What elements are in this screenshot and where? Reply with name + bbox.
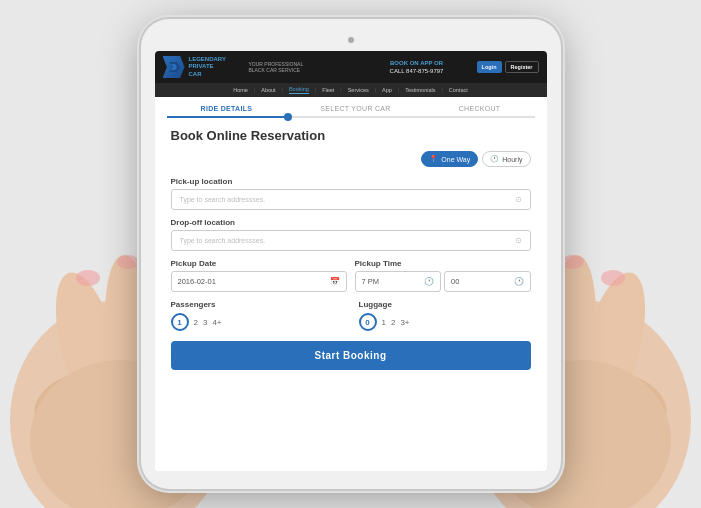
luggage-label: Luggage [359, 300, 531, 309]
passengers-col: Passengers 1 2 3 4+ [171, 300, 343, 331]
luggage-selector: 0 1 2 3+ [359, 313, 531, 331]
svg-point-1 [42, 265, 138, 434]
location-icon-2: ⊙ [515, 236, 522, 245]
step-select-car[interactable]: SELECT YOUR CAR [320, 105, 390, 112]
top-navbar: LEGENDARY PRIVATE CAR YOUR PROFESSIONAL … [155, 51, 547, 83]
nav-testimonials[interactable]: Testimonials [405, 87, 435, 93]
passenger-2[interactable]: 2 [194, 318, 198, 327]
logo-text: LEGENDARY PRIVATE CAR [189, 56, 226, 78]
dropoff-placeholder: Type to search addressses. [180, 237, 266, 244]
step-checkout[interactable]: CHECKOUT [459, 105, 501, 112]
nav-booking[interactable]: Booking [289, 86, 309, 94]
book-info: BOOK ON APP OR CALL 847-875-9797 [363, 59, 471, 76]
svg-point-7 [76, 270, 100, 286]
options-row: Passengers 1 2 3 4+ Luggage 0 1 [171, 300, 531, 331]
ipad-frame: LEGENDARY PRIVATE CAR YOUR PROFESSIONAL … [141, 19, 561, 489]
passenger-4plus[interactable]: 4+ [212, 318, 221, 327]
nav-fleet[interactable]: Fleet [322, 87, 334, 93]
nav-app[interactable]: App [382, 87, 392, 93]
dropoff-location-label: Drop-off location [171, 218, 531, 227]
svg-point-5 [25, 367, 94, 433]
nav-home[interactable]: Home [233, 87, 248, 93]
nav-buttons: Login Register [477, 61, 539, 73]
tagline: YOUR PROFESSIONAL BLACK CAR SERVICE [249, 61, 357, 74]
pickup-date-input[interactable]: 2016-02-01 📅 [171, 271, 347, 292]
ipad-screen: LEGENDARY PRIVATE CAR YOUR PROFESSIONAL … [155, 51, 547, 471]
location-icon: ⊙ [515, 195, 522, 204]
pickup-placeholder: Type to search addressses. [180, 196, 266, 203]
login-button[interactable]: Login [477, 61, 502, 73]
nav-contact[interactable]: Contact [449, 87, 468, 93]
pickup-date-label: Pickup Date [171, 259, 347, 268]
svg-point-16 [606, 367, 675, 433]
svg-point-19 [562, 255, 584, 269]
datetime-row: Pickup Date 2016-02-01 📅 Pickup Time 7 P… [171, 259, 531, 292]
svg-point-8 [117, 255, 139, 269]
clock-icon: 🕐 [490, 155, 499, 163]
start-booking-button[interactable]: Start Booking [171, 341, 531, 370]
pickup-location-group: Pick-up location Type to search addresss… [171, 177, 531, 210]
steps-labels: RIDE DETAILS SELECT YOUR CAR CHECKOUT [167, 105, 535, 112]
booking-content: Book Online Reservation 📍 One Way 🕐 Hour… [155, 118, 547, 471]
step-indicator [284, 113, 292, 121]
trip-type-toggle: 📍 One Way 🕐 Hourly [171, 151, 531, 167]
step-ride-details[interactable]: RIDE DETAILS [201, 105, 253, 112]
clock-icon-3: 🕐 [514, 277, 524, 286]
passengers-label: Passengers [171, 300, 343, 309]
one-way-button[interactable]: 📍 One Way [421, 151, 478, 167]
passenger-1[interactable]: 1 [171, 313, 189, 331]
clock-icon-2: 🕐 [424, 277, 434, 286]
calendar-icon: 📅 [330, 277, 340, 286]
hourly-button[interactable]: 🕐 Hourly [482, 151, 530, 167]
steps-bar: RIDE DETAILS SELECT YOUR CAR CHECKOUT [155, 97, 547, 118]
svg-point-18 [601, 270, 625, 286]
steps-line-fill [167, 116, 288, 118]
pickup-location-input[interactable]: Type to search addressses. ⊙ [171, 189, 531, 210]
scene: LEGENDARY PRIVATE CAR YOUR PROFESSIONAL … [0, 0, 701, 508]
nav-services[interactable]: Services [348, 87, 369, 93]
dropoff-location-input[interactable]: Type to search addressses. ⊙ [171, 230, 531, 251]
pickup-time-col: Pickup Time 7 PM 🕐 00 🕐 [355, 259, 531, 292]
page-title: Book Online Reservation [171, 128, 531, 143]
dropoff-location-group: Drop-off location Type to search address… [171, 218, 531, 251]
register-button[interactable]: Register [505, 61, 539, 73]
luggage-3plus[interactable]: 3+ [400, 318, 409, 327]
ipad-camera [348, 37, 354, 43]
pickup-time-minutes-input[interactable]: 00 🕐 [444, 271, 531, 292]
pickup-date-col: Pickup Date 2016-02-01 📅 [171, 259, 347, 292]
pickup-time-hour-input[interactable]: 7 PM 🕐 [355, 271, 442, 292]
luggage-1[interactable]: 1 [382, 318, 386, 327]
map-pin-icon: 📍 [429, 155, 438, 163]
passengers-selector: 1 2 3 4+ [171, 313, 343, 331]
luggage-0[interactable]: 0 [359, 313, 377, 331]
pickup-location-label: Pick-up location [171, 177, 531, 186]
main-nav: Home | About | Booking | Fleet | Service… [155, 83, 547, 97]
logo-area: LEGENDARY PRIVATE CAR [163, 56, 243, 78]
logo-icon [163, 56, 185, 78]
luggage-col: Luggage 0 1 2 3+ [359, 300, 531, 331]
pickup-time-label: Pickup Time [355, 259, 531, 268]
svg-point-12 [563, 265, 659, 434]
steps-line [167, 116, 535, 118]
nav-about[interactable]: About [261, 87, 275, 93]
luggage-2[interactable]: 2 [391, 318, 395, 327]
passenger-3[interactable]: 3 [203, 318, 207, 327]
